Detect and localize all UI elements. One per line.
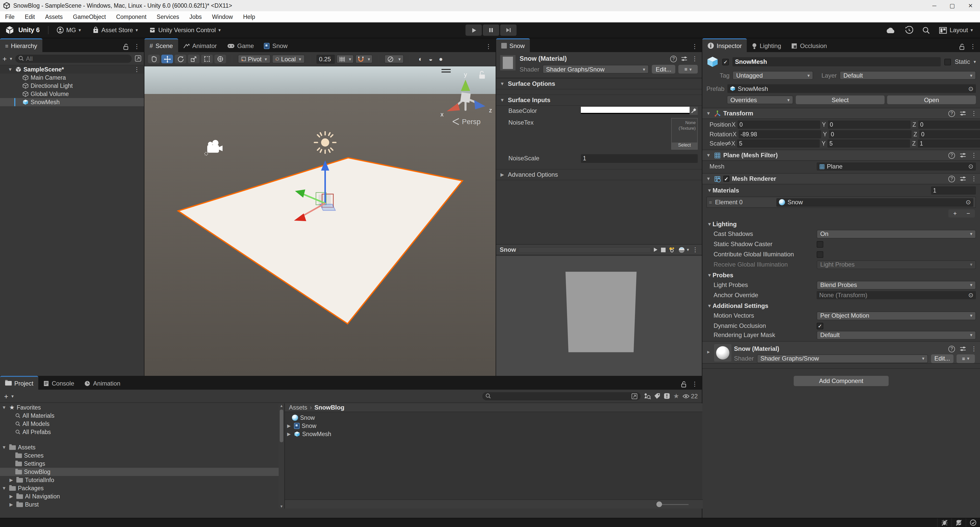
rendering-layer-mask-dropdown[interactable]: Default▾ [817,331,976,339]
debugger-status-icon[interactable] [938,519,951,526]
hierarchy-menu-icon[interactable]: ⋮ [134,43,140,50]
tree-folder-burst[interactable]: ▶Burst [0,500,284,509]
shader-dropdown[interactable]: Shader Graphs/Snow▾ [542,65,649,73]
help-icon[interactable]: ? [670,56,677,62]
tab-animation[interactable]: Animation [80,377,126,390]
mesh-renderer-header[interactable]: ▼ ✓ Mesh Renderer ?⋮ [702,173,980,184]
help-icon[interactable]: ? [948,152,955,159]
breadcrumb-current[interactable]: SnowBlog [314,404,344,411]
search-by-type-icon[interactable] [644,393,651,399]
hierarchy-search[interactable] [15,54,132,62]
layer-dropdown[interactable]: Default▾ [840,71,976,80]
element-0-object-field[interactable]: Snow ⊙ [776,198,974,207]
motion-vectors-dropdown[interactable]: Per Object Motion▾ [817,311,976,320]
maximize-button[interactable]: ▢ [950,2,955,9]
tab-animator[interactable]: Animator [178,40,222,52]
tab-snow-shadergraph[interactable]: Snow [259,40,293,52]
scale-link-icon[interactable] [725,140,731,146]
rotate-tool-button[interactable] [175,55,186,63]
active-checkbox[interactable]: ✓ [722,59,729,65]
contribute-gi-checkbox[interactable] [817,251,823,258]
rotation-y-field[interactable] [829,130,912,139]
prefab-picker-icon[interactable]: ⊙ [968,85,974,92]
overrides-dropdown[interactable]: Overrides▾ [727,96,793,104]
inspector-menu-icon[interactable]: ⋮ [970,43,976,50]
minimize-button[interactable]: ─ [932,3,936,9]
menu-file[interactable]: File [0,14,20,20]
create-asset-caret[interactable]: ▾ [11,393,14,398]
breadcrumb-root[interactable]: Assets [289,404,307,411]
component-menu-icon[interactable]: ⋮ [971,152,977,159]
cloud-icon[interactable] [886,27,896,33]
scale-y-field[interactable] [827,139,910,148]
rotation-z-field[interactable] [919,130,980,139]
prefab-select-button[interactable]: Select [796,96,885,104]
material-header-menu-icon[interactable]: ⋮ [692,55,698,62]
lock-icon[interactable] [123,43,129,50]
hierarchy-item-directional-light[interactable]: Directional Light [0,82,144,90]
presets-icon[interactable] [681,56,687,62]
handle-space-dropdown[interactable]: Local▾ [272,55,305,63]
presets-icon[interactable] [959,152,966,158]
preview-drag-handle[interactable] [519,248,651,251]
menu-gameobject[interactable]: GameObject [68,14,111,20]
scale-x-field[interactable] [737,139,820,148]
preview-model-dropdown[interactable]: ▾ [679,247,689,253]
scale-tool-button[interactable] [188,55,200,63]
eyedropper-icon[interactable] [690,107,698,115]
scene-viewport[interactable]: y x z Persp [145,66,496,376]
mesh-object-field[interactable]: Plane ⊙ [817,162,976,170]
shader-list-dropdown[interactable]: ≡▾ [678,65,698,73]
scene-menu-icon[interactable]: ⋮ [134,66,144,73]
grid-snap-size-field[interactable] [317,54,335,64]
hidden-packages-count[interactable]: 22 [682,392,698,400]
position-x-field[interactable] [737,121,820,129]
layout-dropdown[interactable]: Layout▾ [939,27,973,34]
noisetex-object-field[interactable]: None (Texture) Select [671,118,698,150]
hierarchy-item-main-camera[interactable]: Main Camera [0,73,144,82]
scene-lighting-toggle[interactable]: ◐ [418,55,423,63]
tab-inspector[interactable]: Inspector [702,38,747,52]
pivot-mode-dropdown[interactable]: Pivot▾ [238,55,270,63]
save-search-star-icon[interactable]: ★ [673,392,679,400]
hierarchy-search-input[interactable] [26,55,129,62]
component-menu-icon[interactable]: ⋮ [971,175,977,182]
create-object-caret[interactable]: ▾ [10,56,12,61]
material-element-row[interactable]: = Element 0 Snow ⊙ [706,197,976,208]
tree-favorites[interactable]: ▼★Favorites [0,403,284,412]
tab-hierarchy[interactable]: ≡ Hierarchy [0,38,42,52]
scene-foldout-icon[interactable]: ▼ [7,67,13,72]
menu-component[interactable]: Component [111,14,151,20]
tab-snow-material[interactable]: Snow [496,38,530,52]
asset-store-dropdown[interactable]: Asset Store▾ [92,27,138,34]
menu-window[interactable]: Window [207,14,238,20]
light-probes-dropdown[interactable]: Blend Probes▾ [817,280,976,289]
presets-icon[interactable] [959,346,966,352]
prefab-open-button[interactable]: Open [887,96,976,104]
material-preview-header[interactable]: Snow ▾ ⋮ [496,244,702,255]
help-icon[interactable]: ? [948,175,955,182]
scene-effects-toggle[interactable]: ● [439,55,443,63]
prefab-object-field[interactable]: SnowMesh ⊙ [728,84,976,93]
open-search-window-icon[interactable] [632,393,638,399]
remove-material-button[interactable]: − [966,210,970,217]
preview-play-icon[interactable] [654,247,658,252]
transform-tool-button[interactable] [215,55,226,63]
menu-services[interactable]: Services [151,14,184,20]
lock-icon[interactable] [959,43,965,50]
project-search[interactable] [482,392,641,400]
anchor-override-field[interactable]: None (Transform) ⊙ [817,291,976,299]
transform-header[interactable]: ▼ Transform ?⋮ [702,108,980,119]
materials-count-field[interactable] [931,186,976,194]
static-shadow-caster-checkbox[interactable] [817,241,823,247]
cast-shadows-dropdown[interactable]: On▾ [817,229,976,238]
tab-project[interactable]: Project [0,376,38,390]
position-y-field[interactable] [828,121,910,129]
menu-assets[interactable]: Assets [40,14,68,20]
scrollbar-down-arrow[interactable]: ▼ [280,505,283,508]
material-preview-area[interactable] [496,256,702,378]
project-search-input[interactable] [493,392,629,400]
help-icon[interactable]: ? [948,110,955,117]
material-component-header[interactable]: ▸ Snow (Material) ?⋮ Shader Shader Graph… [702,341,980,364]
noisetex-select-button[interactable]: Select [672,142,697,149]
